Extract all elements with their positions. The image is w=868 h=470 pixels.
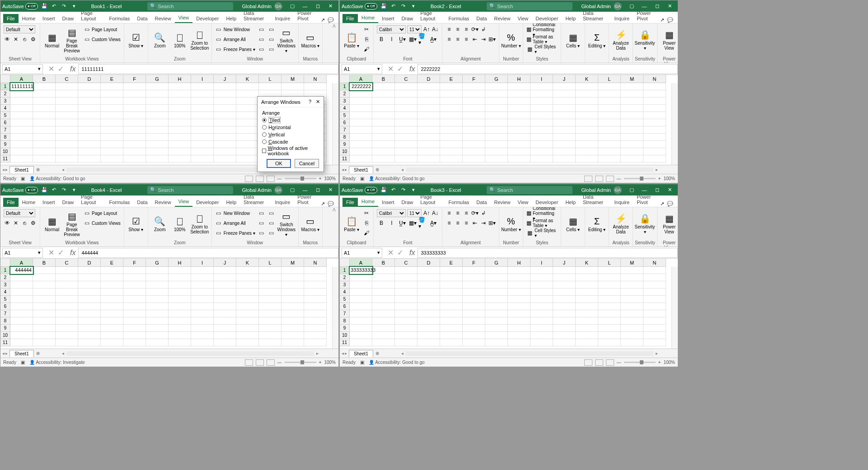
cell[interactable] [598,119,621,126]
column-header[interactable]: F [463,259,485,267]
cells-button[interactable]: ▦Cells ▾ [563,24,583,55]
zoom-level[interactable]: 100% [324,176,336,181]
row-header[interactable]: 6 [0,119,10,126]
column-header[interactable]: A [350,75,372,83]
sheet-nav-icon[interactable]: ▸ [5,351,8,356]
cell[interactable] [78,274,101,281]
tab-inquire[interactable]: Inquire [610,14,633,23]
cell[interactable] [485,339,508,346]
cell[interactable] [418,281,440,289]
cell[interactable] [530,141,553,148]
decrease-font-icon[interactable]: A↓ [432,26,439,33]
cell[interactable] [169,281,191,289]
cell[interactable] [123,303,146,310]
normal-view[interactable]: ▦Normal [42,208,62,239]
cell[interactable] [169,90,191,98]
cell[interactable] [485,83,508,90]
row-header[interactable]: 6 [340,119,350,126]
accessibility-status[interactable]: 👤 Accessibility: Good to go [369,176,425,181]
cell[interactable] [123,126,146,134]
cell[interactable] [10,112,33,119]
cell[interactable] [463,98,485,105]
cell[interactable] [78,339,101,346]
cell[interactable] [123,119,146,126]
cell[interactable] [56,119,78,126]
sheet-view-icon[interactable]: ⚙ [29,36,37,43]
cell[interactable] [372,274,395,281]
tab-formulas[interactable]: Formulas [445,198,473,207]
increase-font-icon[interactable]: A↑ [423,26,430,33]
accessibility-status[interactable]: 👤 Accessibility: Good to go [369,360,425,365]
cell[interactable] [530,310,553,317]
cell[interactable] [214,325,236,332]
cell[interactable] [643,90,666,98]
cell[interactable] [169,303,191,310]
formula-input[interactable]: 11111111 [78,64,338,74]
cell[interactable] [101,148,123,155]
cell[interactable] [485,317,508,325]
cell[interactable] [440,119,463,126]
cell[interactable] [78,289,101,296]
cell[interactable] [576,112,598,119]
new-sheet-button[interactable]: ⊕ [34,351,42,356]
number-format-button[interactable]: %Number ▾ [501,24,521,55]
cell[interactable] [169,112,191,119]
cell[interactable] [169,83,191,90]
cell[interactable] [553,332,576,339]
cell[interactable] [350,90,372,98]
avatar[interactable]: GA [274,186,282,194]
cell[interactable] [485,303,508,310]
freeze-panes-button[interactable]: ▭Freeze Panes ▾ [214,44,257,54]
cell[interactable] [350,105,372,112]
spreadsheet-grid[interactable]: ABCDEFGHIJKLMN1234567891011444444 [0,259,338,349]
cell[interactable] [621,281,643,289]
cell[interactable] [395,274,418,281]
cancel-formula-icon[interactable]: ✕ [48,248,54,257]
cell[interactable] [598,317,621,325]
cell[interactable] [169,317,191,325]
cell[interactable] [304,332,327,339]
cell[interactable] [78,90,101,98]
cell[interactable] [576,303,598,310]
cell[interactable] [485,90,508,98]
cell[interactable] [463,310,485,317]
cell[interactable] [463,267,485,274]
cell[interactable] [236,303,259,310]
cell[interactable] [553,325,576,332]
cell[interactable] [282,339,304,346]
macros-button[interactable]: ▭Macros ▾ [300,24,320,55]
cell[interactable] [598,134,621,141]
row-header[interactable]: 7 [0,126,10,134]
cell[interactable] [56,281,78,289]
cell[interactable] [236,332,259,339]
cell[interactable] [236,119,259,126]
cell[interactable] [576,317,598,325]
align-icon[interactable]: ≡ [454,36,461,43]
font-color-button[interactable]: A̲▾ [429,36,438,43]
cell[interactable] [10,148,33,155]
tab-file[interactable]: File [3,14,19,23]
sheet-view-icon[interactable]: 👁 [4,36,11,43]
cell[interactable] [350,98,372,105]
cell[interactable] [440,105,463,112]
cell[interactable] [418,310,440,317]
cell[interactable] [418,126,440,134]
cell[interactable] [440,155,463,163]
cell[interactable] [372,83,395,90]
cell[interactable] [621,112,643,119]
cell[interactable] [553,119,576,126]
row-header[interactable]: 4 [0,105,10,112]
zoom-in-button[interactable]: + [319,360,322,365]
cell[interactable] [598,267,621,274]
custom-views-button[interactable]: ▭Custom Views [82,34,122,44]
save-icon[interactable]: 💾 [380,186,387,194]
window-small-btn2[interactable]: ▭ [267,218,277,228]
cell[interactable] [33,267,56,274]
close-button[interactable]: ✕ [324,2,337,11]
cell[interactable] [530,303,553,310]
tab-data[interactable]: Data [133,14,151,23]
row-header[interactable]: 8 [0,317,10,325]
cell[interactable] [10,339,33,346]
cell[interactable] [508,141,530,148]
zoom-100-button[interactable]: ⎕100% [170,208,190,239]
